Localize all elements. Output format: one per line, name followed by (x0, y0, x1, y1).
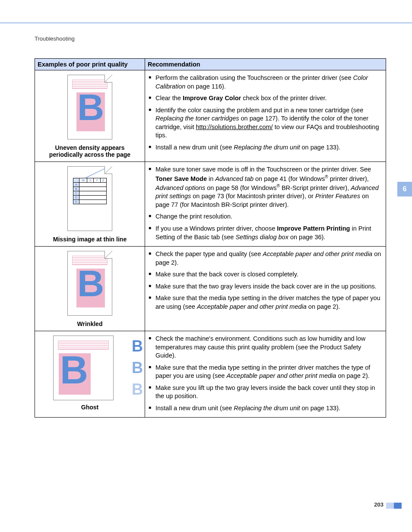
recommendation-cell: Check the machine's environment. Conditi… (145, 331, 386, 418)
section-header: Troubleshooting (35, 35, 412, 42)
recommendation-item: Make sure you lift up the two gray lever… (149, 382, 382, 402)
print-sample-icon: B (67, 75, 112, 139)
recommendation-item: Make sure that the back cover is closed … (149, 269, 382, 281)
recommendation-item: Check the machine's environment. Conditi… (149, 333, 382, 362)
table-header-examples: Examples of poor print quality (35, 59, 145, 70)
example-caption: Uneven density appearsperiodically acros… (37, 144, 143, 158)
recommendation-item: Perform the calibration using the Touchs… (149, 72, 382, 92)
main-content: Examples of poor print quality Recommend… (0, 42, 412, 418)
example-cell: BWrinkled (35, 247, 145, 331)
table-header-recommendation: Recommendation (145, 59, 386, 70)
troubleshooting-table: Examples of poor print quality Recommend… (35, 58, 386, 418)
table-row: BBBBGhostCheck the machine's environment… (35, 331, 386, 418)
recommendation-item: Change the print resolution. (149, 211, 382, 223)
recommendation-item: Install a new drum unit (see Replacing t… (149, 402, 382, 415)
chapter-side-tab: 6 (397, 182, 412, 196)
recommendation-item: Make sure that the media type setting in… (149, 292, 382, 313)
example-cell: BBBBGhost (35, 331, 145, 418)
page-number-bar-icon (386, 503, 402, 509)
table-row: BWrinkledCheck the paper type and qualit… (35, 247, 386, 331)
recommendation-cell: Check the paper type and quality (see Ac… (145, 247, 386, 331)
top-border-bar (0, 0, 412, 23)
recommendation-item: Install a new drum unit (see Replacing t… (149, 142, 382, 154)
table-row: WXYZABCDEMissing image at thin lineMake … (35, 162, 386, 247)
recommendation-item: Make sure toner save mode is off in the … (149, 164, 382, 211)
print-sample-icon: B (53, 336, 114, 400)
example-cell: BUneven density appearsperiodically acro… (35, 70, 145, 162)
page-number: 203 (374, 501, 383, 508)
recommendation-item: Make sure that the media type setting in… (149, 362, 382, 382)
recommendation-item: Clear the Improve Gray Color check box o… (149, 92, 382, 104)
example-caption: Missing image at thin line (37, 236, 143, 243)
recommendation-item: Make sure that the two gray levers insid… (149, 281, 382, 293)
recommendation-cell: Make sure toner save mode is off in the … (145, 162, 386, 247)
recommendation-cell: Perform the calibration using the Touchs… (145, 70, 386, 162)
example-cell: WXYZABCDEMissing image at thin line (35, 162, 145, 247)
example-caption: Wrinkled (37, 320, 143, 327)
recommendation-item: Check the paper type and quality (see Ac… (149, 248, 382, 269)
recommendation-item: If you use a Windows printer driver, cho… (149, 223, 382, 243)
example-caption: Ghost (37, 404, 143, 411)
print-sample-icon: WXYZABCDE (67, 166, 112, 231)
table-row: BUneven density appearsperiodically acro… (35, 70, 386, 162)
recommendation-item: Identify the color causing the problem a… (149, 104, 382, 142)
print-sample-icon: B (67, 251, 112, 316)
